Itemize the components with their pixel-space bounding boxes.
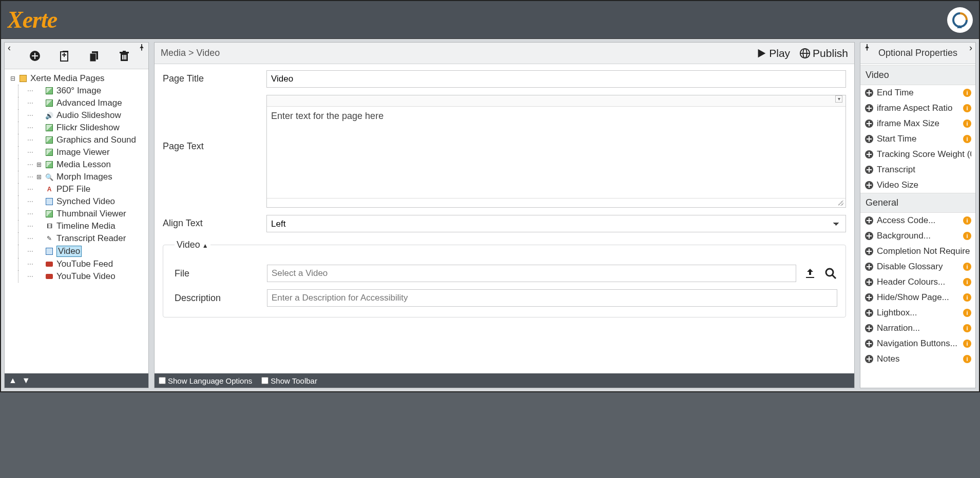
description-input[interactable] [267, 289, 837, 307]
plus-icon [864, 104, 874, 113]
tree-item[interactable]: ⋯YouTube Feed [7, 258, 146, 270]
info-icon[interactable]: i [963, 324, 971, 332]
pin-icon[interactable] [138, 44, 145, 53]
info-icon[interactable]: i [963, 293, 971, 302]
pin-icon[interactable] [863, 44, 871, 53]
add-button[interactable] [28, 49, 42, 63]
svg-rect-34 [867, 138, 872, 140]
prop-item[interactable]: End Timei [860, 85, 975, 101]
prop-item[interactable]: Header Colours...i [860, 274, 975, 290]
tree-root[interactable]: ⊟Xerte Media Pages [7, 72, 146, 85]
prop-item[interactable]: Tracking Score Weight (0 [860, 147, 975, 162]
copy-button[interactable] [88, 49, 101, 63]
insert-button[interactable] [58, 49, 71, 63]
plus-icon [864, 88, 874, 97]
tree-item-label: Synched Video [56, 196, 115, 207]
tree-item-label: 360° Image [56, 86, 101, 96]
video-group-legend[interactable]: Video▲ [175, 240, 210, 250]
page-tree[interactable]: ⊟Xerte Media Pages⋯360° Image⋯Advanced I… [5, 69, 148, 373]
tree-item[interactable]: ⋯Graphics and Sound [7, 134, 146, 146]
file-input[interactable] [267, 265, 796, 282]
show-language-checkbox[interactable]: Show Language Options [159, 376, 252, 385]
tree-item[interactable]: ⋯🎞Timeline Media [7, 220, 146, 232]
tree-item[interactable]: ⋯Advanced Image [7, 97, 146, 109]
prop-item[interactable]: Lightbox...i [860, 305, 975, 321]
prop-item[interactable]: Navigation Buttons...i [860, 336, 975, 351]
prop-label: End Time [877, 88, 960, 98]
info-icon[interactable]: i [963, 216, 971, 225]
info-icon[interactable]: i [963, 340, 971, 348]
collapse-left-icon[interactable]: ‹ [8, 43, 11, 53]
upload-icon[interactable] [803, 267, 817, 280]
tree-item[interactable]: ⋯✎Transcript Reader [7, 232, 146, 245]
align-text-select[interactable]: Left [266, 215, 846, 232]
rich-text-editor[interactable]: ▾ Enter text for the page here [266, 95, 846, 208]
tree-item[interactable]: ⋯⊞🔍Morph Images [7, 171, 146, 183]
tree-item[interactable]: ⋯Thumbnail Viewer [7, 208, 146, 220]
move-down-button[interactable]: ▼ [22, 376, 30, 385]
tree-item[interactable]: ⋯Video [7, 245, 146, 258]
tree-item[interactable]: ⋯🔊Audio Slideshow [7, 109, 146, 122]
prop-item[interactable]: Completion Not Require [860, 244, 975, 259]
collapse-right-icon[interactable]: › [969, 43, 972, 53]
prop-item[interactable]: Narration...i [860, 321, 975, 336]
info-icon[interactable]: i [963, 120, 971, 128]
plus-icon [864, 277, 874, 287]
prop-item[interactable]: iframe Aspect Ratioi [860, 101, 975, 116]
prop-label: Header Colours... [877, 277, 960, 287]
svg-rect-15 [124, 55, 125, 59]
prop-item[interactable]: Transcript [860, 162, 975, 177]
right-title: Optional Properties [878, 48, 957, 58]
tree-item-icon: A [45, 185, 53, 193]
tree-item[interactable]: ⋯Flickr Slideshow [7, 122, 146, 134]
svg-rect-61 [867, 297, 872, 298]
tree-item-icon [45, 136, 53, 144]
delete-button[interactable] [118, 49, 131, 63]
tree-item-label: Timeline Media [56, 221, 116, 231]
info-icon[interactable]: i [963, 278, 971, 286]
publish-label: Publish [813, 47, 848, 59]
prop-item[interactable]: iframe Max Sizei [860, 116, 975, 131]
tree-item-label: Morph Images [56, 172, 112, 182]
tree-item[interactable]: ⋯Synched Video [7, 195, 146, 208]
tree-item-icon: ✎ [45, 234, 53, 243]
tree-item-label: Audio Slideshow [56, 110, 121, 121]
info-icon[interactable]: i [963, 309, 971, 317]
rte-dropdown-icon[interactable]: ▾ [835, 95, 842, 103]
prop-item[interactable]: Notesi [860, 351, 975, 367]
search-icon[interactable] [824, 267, 837, 280]
page-title-input[interactable] [266, 70, 846, 88]
prop-item[interactable]: Video Size [860, 177, 975, 193]
plus-icon [864, 339, 874, 348]
tree-item-label: YouTube Video [56, 271, 116, 282]
prop-item[interactable]: Background...i [860, 228, 975, 244]
tree-item[interactable]: ⋯YouTube Video [7, 270, 146, 283]
prop-item[interactable]: Start Timei [860, 131, 975, 147]
play-label: Play [769, 47, 790, 59]
properties-list[interactable]: VideoEnd Timeiiframe Aspect Ratioiiframe… [860, 64, 975, 388]
show-toolbar-checkbox[interactable]: Show Toolbar [261, 376, 317, 385]
info-icon[interactable]: i [963, 89, 971, 97]
play-button[interactable]: Play [756, 47, 790, 59]
prop-label: Narration... [877, 323, 960, 333]
tree-item[interactable]: ⋯360° Image [7, 85, 146, 97]
svg-rect-13 [123, 51, 126, 52]
publish-button[interactable]: Publish [799, 47, 848, 59]
rte-resize-handle[interactable] [267, 198, 846, 207]
info-icon[interactable]: i [963, 104, 971, 112]
svg-line-22 [832, 275, 836, 278]
prop-item[interactable]: Hide/Show Page...i [860, 290, 975, 305]
info-icon[interactable]: i [963, 135, 971, 143]
info-icon[interactable]: i [963, 232, 971, 240]
prop-item[interactable]: Access Code...i [860, 213, 975, 228]
rte-body[interactable]: Enter text for the page here [267, 107, 846, 198]
tree-item[interactable]: ⋯⊞Media Lesson [7, 158, 146, 171]
move-up-button[interactable]: ▲ [9, 376, 17, 385]
tree-item-label: YouTube Feed [56, 259, 113, 269]
tree-item[interactable]: ⋯Image Viewer [7, 146, 146, 158]
info-icon[interactable]: i [963, 355, 971, 363]
prop-item[interactable]: Disable Glossaryi [860, 259, 975, 274]
info-icon[interactable]: i [963, 263, 971, 271]
tree-item[interactable]: ⋯APDF File [7, 183, 146, 195]
plus-icon [864, 324, 874, 333]
